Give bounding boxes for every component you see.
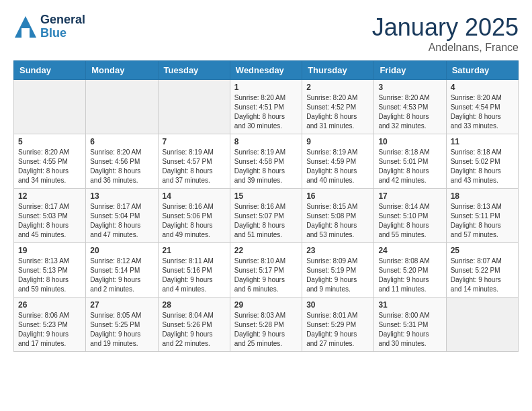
weekday-header-sunday: Sunday	[14, 61, 86, 80]
day-number: 14	[163, 191, 226, 201]
week-row-2: 5Sunrise: 8:20 AM Sunset: 4:55 PM Daylig…	[14, 134, 519, 189]
calendar-cell: 27Sunrise: 8:05 AM Sunset: 5:25 PM Dayli…	[86, 298, 158, 352]
svg-rect-2	[21, 28, 30, 38]
day-info: Sunrise: 8:05 AM Sunset: 5:25 PM Dayligh…	[90, 311, 153, 349]
day-info: Sunrise: 8:06 AM Sunset: 5:23 PM Dayligh…	[18, 311, 81, 349]
day-number: 2	[306, 83, 369, 92]
day-info: Sunrise: 8:11 AM Sunset: 5:16 PM Dayligh…	[163, 257, 226, 294]
day-info: Sunrise: 8:13 AM Sunset: 5:13 PM Dayligh…	[18, 257, 81, 294]
day-number: 18	[451, 191, 514, 201]
calendar-cell: 25Sunrise: 8:07 AM Sunset: 5:22 PM Dayli…	[446, 243, 518, 298]
day-info: Sunrise: 8:17 AM Sunset: 5:03 PM Dayligh…	[18, 202, 81, 240]
day-number: 10	[378, 137, 441, 146]
calendar-cell: 13Sunrise: 8:17 AM Sunset: 5:04 PM Dayli…	[86, 189, 158, 243]
calendar-cell: 18Sunrise: 8:13 AM Sunset: 5:11 PM Dayli…	[446, 189, 518, 243]
day-number: 12	[18, 191, 81, 201]
page-header: General Blue January 2025 Andelnans, Fra…	[13, 13, 519, 54]
day-info: Sunrise: 8:20 AM Sunset: 4:52 PM Dayligh…	[306, 93, 369, 131]
day-info: Sunrise: 8:07 AM Sunset: 5:22 PM Dayligh…	[451, 257, 514, 294]
day-info: Sunrise: 8:16 AM Sunset: 5:07 PM Dayligh…	[234, 202, 298, 240]
day-number: 13	[90, 191, 153, 201]
day-number: 24	[378, 246, 441, 255]
location: Andelnans, France	[372, 42, 519, 54]
day-number: 5	[18, 137, 81, 146]
day-number: 1	[234, 83, 298, 92]
day-info: Sunrise: 8:08 AM Sunset: 5:20 PM Dayligh…	[378, 257, 441, 294]
weekday-header-wednesday: Wednesday	[230, 61, 302, 80]
day-number: 3	[378, 83, 441, 92]
calendar-cell	[14, 80, 86, 134]
day-number: 27	[90, 300, 153, 310]
title-section: January 2025 Andelnans, France	[372, 13, 519, 54]
day-number: 28	[163, 300, 226, 310]
calendar-cell	[158, 80, 230, 134]
day-number: 29	[234, 300, 298, 310]
calendar-cell: 20Sunrise: 8:12 AM Sunset: 5:14 PM Dayli…	[86, 243, 158, 298]
day-info: Sunrise: 8:01 AM Sunset: 5:29 PM Dayligh…	[306, 311, 369, 349]
day-info: Sunrise: 8:17 AM Sunset: 5:04 PM Dayligh…	[90, 202, 153, 240]
calendar-cell: 14Sunrise: 8:16 AM Sunset: 5:06 PM Dayli…	[158, 189, 230, 243]
calendar-cell: 16Sunrise: 8:15 AM Sunset: 5:08 PM Dayli…	[302, 189, 374, 243]
weekday-header-saturday: Saturday	[446, 61, 518, 80]
day-info: Sunrise: 8:04 AM Sunset: 5:26 PM Dayligh…	[163, 311, 226, 349]
logo-blue: Blue	[40, 26, 66, 40]
day-number: 26	[18, 300, 81, 310]
day-number: 22	[234, 246, 298, 255]
calendar-cell: 6Sunrise: 8:20 AM Sunset: 4:56 PM Daylig…	[86, 134, 158, 189]
calendar-cell: 28Sunrise: 8:04 AM Sunset: 5:26 PM Dayli…	[158, 298, 230, 352]
weekday-header-thursday: Thursday	[302, 61, 374, 80]
weekday-header-tuesday: Tuesday	[158, 61, 230, 80]
day-info: Sunrise: 8:19 AM Sunset: 4:58 PM Dayligh…	[234, 148, 298, 185]
logo: General Blue	[13, 13, 85, 40]
day-number: 9	[306, 137, 369, 146]
logo-icon	[13, 15, 38, 39]
calendar-cell: 26Sunrise: 8:06 AM Sunset: 5:23 PM Dayli…	[14, 298, 86, 352]
calendar-cell	[86, 80, 158, 134]
day-number: 7	[163, 137, 226, 146]
month-title: January 2025	[372, 13, 519, 42]
calendar-cell: 4Sunrise: 8:20 AM Sunset: 4:54 PM Daylig…	[446, 80, 518, 134]
day-info: Sunrise: 8:00 AM Sunset: 5:31 PM Dayligh…	[378, 311, 441, 349]
day-number: 8	[234, 137, 298, 146]
day-info: Sunrise: 8:03 AM Sunset: 5:28 PM Dayligh…	[234, 311, 298, 349]
calendar-cell: 7Sunrise: 8:19 AM Sunset: 4:57 PM Daylig…	[158, 134, 230, 189]
day-number: 16	[306, 191, 369, 201]
day-number: 31	[378, 300, 441, 310]
calendar-cell: 22Sunrise: 8:10 AM Sunset: 5:17 PM Dayli…	[230, 243, 302, 298]
day-info: Sunrise: 8:20 AM Sunset: 4:54 PM Dayligh…	[451, 93, 514, 131]
calendar-cell: 12Sunrise: 8:17 AM Sunset: 5:03 PM Dayli…	[14, 189, 86, 243]
calendar-cell: 3Sunrise: 8:20 AM Sunset: 4:53 PM Daylig…	[374, 80, 446, 134]
calendar-cell: 23Sunrise: 8:09 AM Sunset: 5:19 PM Dayli…	[302, 243, 374, 298]
day-info: Sunrise: 8:13 AM Sunset: 5:11 PM Dayligh…	[451, 202, 514, 240]
day-info: Sunrise: 8:16 AM Sunset: 5:06 PM Dayligh…	[163, 202, 226, 240]
calendar-cell: 31Sunrise: 8:00 AM Sunset: 5:31 PM Dayli…	[374, 298, 446, 352]
day-info: Sunrise: 8:09 AM Sunset: 5:19 PM Dayligh…	[306, 257, 369, 294]
week-row-5: 26Sunrise: 8:06 AM Sunset: 5:23 PM Dayli…	[14, 298, 519, 352]
day-number: 6	[90, 137, 153, 146]
day-info: Sunrise: 8:20 AM Sunset: 4:55 PM Dayligh…	[18, 148, 81, 185]
day-info: Sunrise: 8:12 AM Sunset: 5:14 PM Dayligh…	[90, 257, 153, 294]
calendar-cell: 9Sunrise: 8:19 AM Sunset: 4:59 PM Daylig…	[302, 134, 374, 189]
week-row-3: 12Sunrise: 8:17 AM Sunset: 5:03 PM Dayli…	[14, 189, 519, 243]
calendar-cell: 21Sunrise: 8:11 AM Sunset: 5:16 PM Dayli…	[158, 243, 230, 298]
calendar-cell	[446, 298, 518, 352]
day-number: 25	[451, 246, 514, 255]
calendar-cell: 17Sunrise: 8:14 AM Sunset: 5:10 PM Dayli…	[374, 189, 446, 243]
logo-general: General	[40, 13, 85, 26]
day-info: Sunrise: 8:14 AM Sunset: 5:10 PM Dayligh…	[378, 202, 441, 240]
day-number: 15	[234, 191, 298, 201]
calendar-cell: 2Sunrise: 8:20 AM Sunset: 4:52 PM Daylig…	[302, 80, 374, 134]
weekday-header-row: SundayMondayTuesdayWednesdayThursdayFrid…	[14, 61, 519, 80]
day-number: 20	[90, 246, 153, 255]
calendar-cell: 30Sunrise: 8:01 AM Sunset: 5:29 PM Dayli…	[302, 298, 374, 352]
day-info: Sunrise: 8:10 AM Sunset: 5:17 PM Dayligh…	[234, 257, 298, 294]
day-number: 11	[451, 137, 514, 146]
calendar-cell: 11Sunrise: 8:18 AM Sunset: 5:02 PM Dayli…	[446, 134, 518, 189]
weekday-header-monday: Monday	[86, 61, 158, 80]
week-row-1: 1Sunrise: 8:20 AM Sunset: 4:51 PM Daylig…	[14, 80, 519, 134]
day-number: 23	[306, 246, 369, 255]
day-number: 19	[18, 246, 81, 255]
day-info: Sunrise: 8:18 AM Sunset: 5:01 PM Dayligh…	[378, 148, 441, 185]
calendar-table: SundayMondayTuesdayWednesdayThursdayFrid…	[13, 60, 519, 352]
day-info: Sunrise: 8:19 AM Sunset: 4:59 PM Dayligh…	[306, 148, 369, 185]
